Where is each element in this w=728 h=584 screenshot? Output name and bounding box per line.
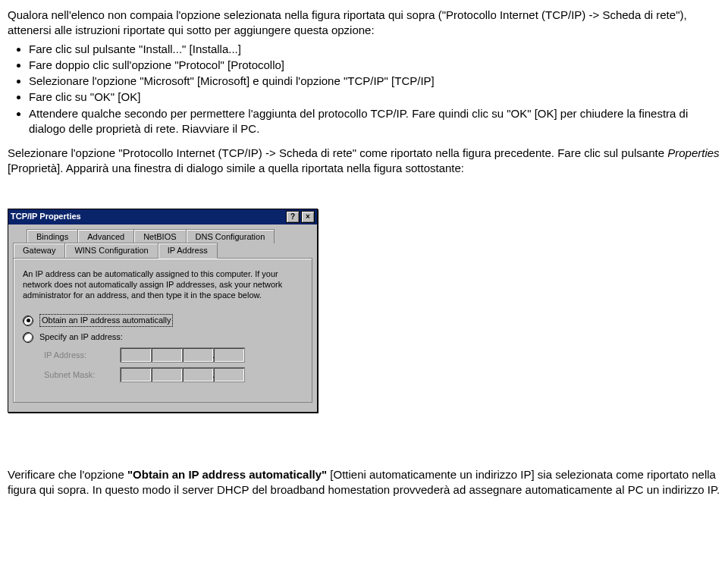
ip-address-input[interactable] xyxy=(120,347,245,363)
para2-text-a: Selezionare l'opzione "Protocollo Intern… xyxy=(8,146,667,159)
close-button[interactable]: × xyxy=(301,211,315,223)
radio-specify-ip[interactable] xyxy=(23,332,33,343)
verify-text-pre: Verificare che l'opzione xyxy=(8,468,127,481)
tab-wins-configuration[interactable]: WINS Configuration xyxy=(64,243,158,258)
bullet-item: Fare clic su "OK" [OK] xyxy=(29,89,720,105)
verify-option-bold: "Obtain an IP address automatically" xyxy=(127,468,327,481)
bullet-item: Fare doppio clic sull'opzione "Protocol"… xyxy=(29,58,720,73)
tab-panel-ip-address: An IP address can be automatically assig… xyxy=(13,258,312,403)
dialog-title: TCP/IP Properties xyxy=(11,211,81,222)
properties-italic: Properties xyxy=(667,146,719,159)
help-button[interactable]: ? xyxy=(286,211,300,223)
bullet-item: Attendere qualche secondo per permettere… xyxy=(29,106,720,137)
tab-strip: Bindings Advanced NetBIOS DNS Configurat… xyxy=(13,229,312,403)
select-option-paragraph: Selezionare l'opzione "Protocollo Intern… xyxy=(8,146,720,177)
bullet-item: Fare clic sul pulsante "Install..." [Ins… xyxy=(29,42,720,57)
bullet-item: Selezionare l'opzione "Microsoft" [Micro… xyxy=(29,74,720,89)
subnet-mask-input[interactable] xyxy=(120,367,245,382)
tab-dns-configuration[interactable]: DNS Configuration xyxy=(186,229,275,244)
radio-obtain-auto-label: Obtain an IP address automatically xyxy=(39,314,173,327)
tab-bindings[interactable]: Bindings xyxy=(27,229,78,244)
dialog-titlebar: TCP/IP Properties ? × xyxy=(8,209,317,224)
para2-text-c: [Proprietà]. Apparirà una finestra di di… xyxy=(8,162,464,174)
tab-advanced[interactable]: Advanced xyxy=(77,229,134,244)
verify-paragraph: Verificare che l'opzione "Obtain an IP a… xyxy=(8,467,720,498)
subnet-mask-label: Subnet Mask: xyxy=(44,369,112,381)
tab-gateway[interactable]: Gateway xyxy=(13,243,65,258)
ip-address-description: An IP address can be automatically assig… xyxy=(23,269,303,300)
intro-bullets: Fare clic sul pulsante "Install..." [Ins… xyxy=(8,42,720,137)
intro-paragraph: Qualora nell'elenco non compaia l'opzion… xyxy=(8,8,720,39)
ip-address-label: IP Address: xyxy=(44,350,112,361)
tab-ip-address[interactable]: IP Address xyxy=(158,243,218,259)
tcpip-properties-dialog: TCP/IP Properties ? × Bindings Advanced … xyxy=(8,209,318,413)
radio-obtain-auto[interactable] xyxy=(23,316,33,326)
tab-netbios[interactable]: NetBIOS xyxy=(133,229,186,244)
radio-specify-ip-label: Specify an IP address: xyxy=(39,331,123,343)
dialog-figure: TCP/IP Properties ? × Bindings Advanced … xyxy=(8,209,720,413)
